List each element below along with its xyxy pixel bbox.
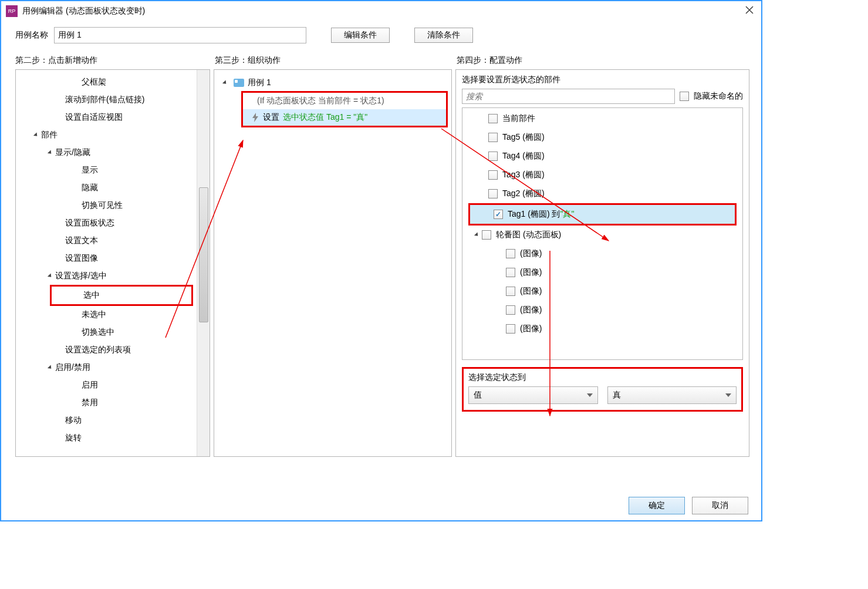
- action-tree-item[interactable]: 旋转: [18, 429, 207, 447]
- titlebar: RP 用例编辑器 (动态面板状态改变时): [1, 1, 761, 21]
- widget-label: Tag3 (椭圆): [502, 170, 545, 180]
- widget-label: (图像): [520, 267, 542, 278]
- widget-tree-item[interactable]: (图像): [465, 282, 740, 301]
- action-tree-item[interactable]: 设置选择/选中: [18, 267, 207, 285]
- action-tree-item[interactable]: 设置文本: [18, 232, 207, 250]
- tree-item-label: 设置面板状态: [65, 218, 114, 228]
- tree-item-label: 禁用: [82, 398, 98, 408]
- action-tree-item[interactable]: 未选中: [18, 306, 207, 324]
- configure-header: 选择要设置所选状态的部件: [462, 75, 743, 85]
- bolt-icon: [251, 113, 259, 122]
- widget-tree-item[interactable]: (图像): [465, 319, 740, 338]
- widget-checkbox[interactable]: [506, 324, 515, 334]
- case-label: 用例 1: [248, 78, 271, 88]
- action-row[interactable]: 设置 选中状态值 Tag1 = "真": [243, 109, 446, 126]
- hide-unnamed-checkbox[interactable]: [680, 92, 689, 101]
- tree-item-label: 设置图像: [65, 253, 98, 264]
- widget-checkbox[interactable]: [506, 305, 515, 315]
- tree-item-label: 显示: [82, 165, 98, 176]
- chevron-down-icon: [33, 132, 39, 137]
- tree-item-label: 设置自适应视图: [65, 112, 123, 123]
- tree-item-label: 父框架: [82, 77, 106, 87]
- action-tree-item[interactable]: 移动: [18, 412, 207, 429]
- widget-label: Tag5 (椭圆): [502, 132, 545, 143]
- tree-item-label: 旋转: [65, 433, 82, 443]
- widget-label: Tag4 (椭圆): [502, 151, 545, 161]
- tree-item-label: 显示/隐藏: [55, 147, 90, 158]
- tree-item-label: 隐藏: [82, 183, 98, 193]
- widget-checkbox[interactable]: [494, 210, 503, 219]
- search-input[interactable]: [462, 89, 675, 104]
- action-tree-item[interactable]: 设置自适应视图: [18, 109, 207, 126]
- widget-checkbox[interactable]: [506, 287, 515, 296]
- state-value-dropdown[interactable]: 真: [607, 386, 737, 404]
- action-tree-item[interactable]: 滚动到部件(锚点链接): [18, 91, 207, 109]
- widget-checkbox[interactable]: [488, 152, 498, 161]
- widget-list: 当前部件Tag5 (椭圆)Tag4 (椭圆)Tag3 (椭圆)Tag2 (椭圆)…: [462, 107, 743, 360]
- step3-label: 第三步：组织动作: [215, 55, 457, 66]
- app-icon: RP: [6, 5, 18, 17]
- widget-checkbox[interactable]: [506, 249, 515, 258]
- widget-label: (图像): [520, 305, 542, 315]
- widget-label: Tag1 (椭圆) 到: [508, 209, 560, 220]
- action-tree-item[interactable]: 禁用: [18, 394, 207, 412]
- widget-checkbox[interactable]: [488, 133, 498, 142]
- action-tree-item[interactable]: 选中: [52, 287, 191, 304]
- ok-button[interactable]: 确定: [629, 497, 685, 514]
- action-tree-item[interactable]: 隐藏: [18, 179, 207, 197]
- chevron-down-icon: [48, 273, 53, 278]
- case-name-input[interactable]: [54, 27, 306, 43]
- close-icon[interactable]: [745, 5, 756, 17]
- edit-condition-button[interactable]: 编辑条件: [331, 28, 390, 43]
- tree-item-label: 部件: [41, 130, 58, 140]
- widget-checkbox[interactable]: [506, 268, 515, 277]
- widget-checkbox[interactable]: [488, 189, 498, 198]
- clear-condition-button[interactable]: 清除条件: [414, 28, 473, 43]
- widget-checkbox[interactable]: [488, 114, 498, 123]
- widget-tree-item[interactable]: (图像): [465, 263, 740, 282]
- action-tree-item[interactable]: 设置选定的列表项: [18, 341, 207, 359]
- widget-tree-item[interactable]: Tag2 (椭圆): [465, 184, 740, 203]
- state-value: 真: [613, 390, 621, 400]
- organize-panel: 用例 1 (If 动态面板状态 当前部件 = 状态1) 设置 选中状态值 Tag…: [214, 69, 452, 457]
- widget-tree-item[interactable]: Tag4 (椭圆): [465, 147, 740, 166]
- tree-item-label: 切换选中: [82, 327, 114, 338]
- widget-tree-item[interactable]: (图像): [465, 301, 740, 319]
- tree-item-label: 启用: [82, 380, 98, 391]
- action-tree-item[interactable]: 设置面板状态: [18, 214, 207, 232]
- state-type-dropdown[interactable]: 值: [468, 386, 598, 404]
- state-label: 选择选定状态到: [468, 372, 737, 383]
- action-tree-item[interactable]: 显示/隐藏: [18, 144, 207, 161]
- cancel-button[interactable]: 取消: [692, 497, 748, 514]
- widget-label-value: "真": [560, 209, 574, 220]
- case-row[interactable]: 用例 1: [218, 75, 448, 91]
- widget-label: (图像): [520, 324, 542, 334]
- action-tree-item[interactable]: 设置图像: [18, 250, 207, 267]
- action-tree-item[interactable]: 父框架: [18, 73, 207, 91]
- action-tree-item[interactable]: 切换可见性: [18, 197, 207, 214]
- action-tree-item[interactable]: 切换选中: [18, 324, 207, 341]
- widget-checkbox[interactable]: [488, 170, 498, 180]
- widget-tree-item[interactable]: Tag5 (椭圆): [465, 128, 740, 147]
- widget-label: 当前部件: [502, 113, 535, 124]
- tree-item-label: 设置选定的列表项: [65, 345, 131, 355]
- widget-tree-item[interactable]: 当前部件: [465, 109, 740, 128]
- action-tree-item[interactable]: 显示: [18, 161, 207, 179]
- widget-tree-item[interactable]: Tag1 (椭圆) 到"真": [470, 205, 735, 224]
- widget-label: (图像): [520, 248, 542, 259]
- chevron-down-icon: [222, 80, 228, 85]
- condition-text: (If 动态面板状态 当前部件 = 状态1): [257, 96, 384, 106]
- widget-checkbox[interactable]: [482, 230, 491, 240]
- action-tree-item[interactable]: 部件: [18, 126, 207, 144]
- action-tree-item[interactable]: 启用/禁用: [18, 359, 207, 376]
- scrollbar[interactable]: [197, 70, 210, 456]
- widget-tree-item[interactable]: Tag3 (椭圆): [465, 166, 740, 184]
- configure-panel: 选择要设置所选状态的部件 隐藏未命名的 当前部件Tag5 (椭圆)Tag4 (椭…: [455, 69, 749, 457]
- widget-tree-item[interactable]: 轮番图 (动态面板): [465, 225, 740, 244]
- step2-label: 第二步：点击新增动作: [15, 55, 215, 66]
- tree-item-label: 设置文本: [65, 235, 98, 246]
- widget-tree-item[interactable]: (图像): [465, 244, 740, 263]
- action-tree-item[interactable]: 启用: [18, 376, 207, 394]
- condition-row[interactable]: (If 动态面板状态 当前部件 = 状态1): [243, 93, 446, 109]
- tree-item-label: 移动: [65, 415, 82, 426]
